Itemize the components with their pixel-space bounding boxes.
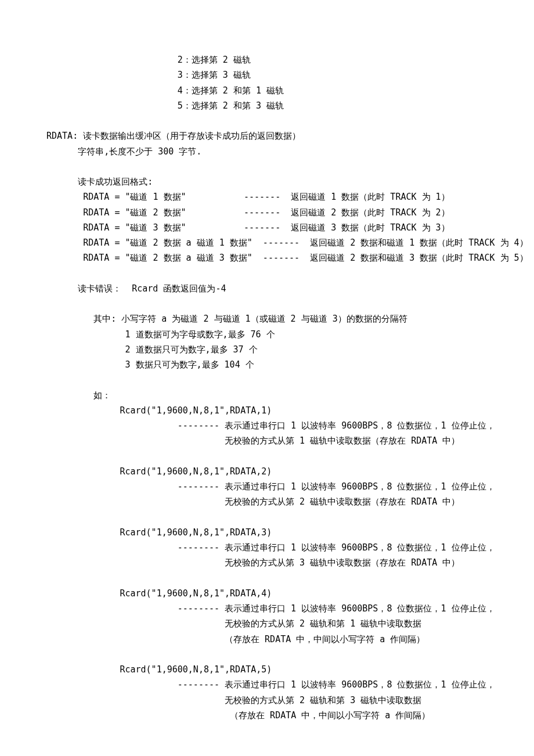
example-5-call: Rcard("1,9600,N,8,1",RDATA,5) (46, 662, 505, 677)
success-fmt-3: RDATA = "磁道 3 数据" ------- 返回磁道 3 数据（此时 T… (46, 220, 505, 235)
example-3-call: Rcard("1,9600,N,8,1",RDATA,3) (46, 525, 505, 540)
text: 5：选择第 2 和第 3 磁轨 (178, 100, 284, 111)
text: 2：选择第 2 磁轨 (178, 55, 251, 65)
error-line: 读卡错误： Rcard 函数返回值为-4 (46, 281, 505, 296)
text: Rcard("1,9600,N,8,1",RDATA,4) (120, 588, 272, 599)
track-option-3: 3：选择第 3 磁轨 (46, 67, 505, 82)
text: （存放在 RDATA 中，中间以小写字符 a 作间隔） (225, 634, 425, 645)
text: 读卡成功返回格式: (78, 177, 153, 187)
example-3-desc-2: 无校验的方式从第 3 磁轨中读取数据（存放在 RDATA 中） (46, 555, 505, 570)
example-4-desc-3: （存放在 RDATA 中，中间以小写字符 a 作间隔） (46, 632, 505, 647)
example-3-desc-1: -------- 表示通过串行口 1 以波特率 9600BPS，8 位数据位，1… (46, 540, 505, 555)
blank (46, 449, 505, 464)
text: -------- 表示通过串行口 1 以波特率 9600BPS，8 位数据位，1… (178, 542, 495, 553)
text: Rcard("1,9600,N,8,1",RDATA,1) (120, 405, 272, 416)
text: 字符串,长度不少于 300 字节. (78, 146, 201, 157)
example-4-desc-2: 无校验的方式从第 2 磁轨和第 1 磁轨中读取数据 (46, 616, 505, 631)
example-1-call: Rcard("1,9600,N,8,1",RDATA,1) (46, 403, 505, 418)
text: 无校验的方式从第 1 磁轨中读取数据（存放在 RDATA 中） (225, 435, 460, 446)
text: 2 道数据只可为数字,最多 37 个 (125, 344, 257, 355)
example-1-desc-2: 无校验的方式从第 1 磁轨中读取数据（存放在 RDATA 中） (46, 433, 505, 448)
example-4-call: Rcard("1,9600,N,8,1",RDATA,4) (46, 586, 505, 601)
track-option-2: 2：选择第 2 磁轨 (46, 52, 505, 67)
note-3: 2 道数据只可为数字,最多 37 个 (46, 342, 505, 357)
rdata-desc-2: 字符串,长度不少于 300 字节. (46, 144, 505, 159)
rdata-desc-1: RDATA: 读卡数据输出缓冲区（用于存放读卡成功后的返回数据） (46, 128, 505, 143)
blank (46, 296, 505, 311)
blank (46, 647, 505, 662)
success-header: 读卡成功返回格式: (46, 174, 505, 189)
example-5-desc-2: 无校验的方式从第 2 磁轨和第 3 磁轨中读取数据 (46, 693, 505, 708)
example-4-desc-1: -------- 表示通过串行口 1 以波特率 9600BPS，8 位数据位，1… (46, 601, 505, 616)
example-1-desc-1: -------- 表示通过串行口 1 以波特率 9600BPS，8 位数据位，1… (46, 418, 505, 433)
note-2: 1 道数据可为字母或数字,最多 76 个 (46, 327, 505, 342)
blank (46, 510, 505, 525)
text: RDATA = "磁道 2 数据" ------- 返回磁道 2 数据（此时 T… (83, 207, 449, 218)
text: 3 数据只可为数字,最多 104 个 (125, 359, 254, 370)
text: -------- 表示通过串行口 1 以波特率 9600BPS，8 位数据位，1… (178, 420, 495, 431)
text: RDATA = "磁道 1 数据" ------- 返回磁道 1 数据（此时 T… (83, 192, 449, 202)
track-option-5: 5：选择第 2 和第 3 磁轨 (46, 98, 505, 113)
text: -------- 表示通过串行口 1 以波特率 9600BPS，8 位数据位，1… (178, 481, 495, 492)
text: 无校验的方式从第 2 磁轨和第 3 磁轨中读取数据 (225, 695, 421, 705)
track-option-4: 4：选择第 2 和第 1 磁轨 (46, 83, 505, 98)
text: 无校验的方式从第 2 磁轨和第 1 磁轨中读取数据 (225, 618, 421, 629)
text: 读卡错误： Rcard 函数返回值为-4 (78, 283, 226, 294)
text: （存放在 RDATA 中，中间以小写字符 a 作间隔） (230, 710, 430, 721)
text: RDATA = "磁道 2 数据 a 磁道 3 数据" ------- 返回磁道… (83, 253, 528, 263)
note-1: 其中: 小写字符 a 为磁道 2 与磁道 1（或磁道 2 与磁道 3）的数据的分… (46, 311, 505, 326)
text: 3：选择第 3 磁轨 (178, 70, 251, 80)
note-4: 3 数据只可为数字,最多 104 个 (46, 357, 505, 372)
text: RDATA = "磁道 2 数据 a 磁道 1 数据" ------- 返回磁道… (83, 237, 528, 248)
text: 无校验的方式从第 2 磁轨中读取数据（存放在 RDATA 中） (225, 496, 460, 507)
example-2-desc-2: 无校验的方式从第 2 磁轨中读取数据（存放在 RDATA 中） (46, 494, 505, 509)
success-fmt-2: RDATA = "磁道 2 数据" ------- 返回磁道 2 数据（此时 T… (46, 205, 505, 220)
success-fmt-4: RDATA = "磁道 2 数据 a 磁道 1 数据" ------- 返回磁道… (46, 235, 505, 250)
blank (46, 266, 505, 281)
text: Rcard("1,9600,N,8,1",RDATA,5) (120, 664, 272, 675)
text: 1 道数据可为字母或数字,最多 76 个 (125, 329, 275, 340)
example-5-desc-1: -------- 表示通过串行口 1 以波特率 9600BPS，8 位数据位，1… (46, 677, 505, 692)
text: RDATA: 读卡数据输出缓冲区（用于存放读卡成功后的返回数据） (46, 131, 301, 141)
text: RDATA = "磁道 3 数据" ------- 返回磁道 3 数据（此时 T… (83, 222, 449, 233)
blank (46, 571, 505, 586)
example-5-desc-3: （存放在 RDATA 中，中间以小写字符 a 作间隔） (46, 708, 505, 723)
text: 如： (93, 390, 111, 401)
success-fmt-1: RDATA = "磁道 1 数据" ------- 返回磁道 1 数据（此时 T… (46, 189, 505, 204)
text: 其中: 小写字符 a 为磁道 2 与磁道 1（或磁道 2 与磁道 3）的数据的分… (93, 314, 407, 324)
example-2-call: Rcard("1,9600,N,8,1",RDATA,2) (46, 464, 505, 479)
text: Rcard("1,9600,N,8,1",RDATA,3) (120, 527, 272, 538)
text: 无校验的方式从第 3 磁轨中读取数据（存放在 RDATA 中） (225, 557, 460, 568)
text: -------- 表示通过串行口 1 以波特率 9600BPS，8 位数据位，1… (178, 679, 495, 690)
text: -------- 表示通过串行口 1 以波特率 9600BPS，8 位数据位，1… (178, 603, 495, 614)
examples-header: 如： (46, 388, 505, 403)
example-2-desc-1: -------- 表示通过串行口 1 以波特率 9600BPS，8 位数据位，1… (46, 479, 505, 494)
document-page: 2：选择第 2 磁轨 3：选择第 3 磁轨 4：选择第 2 和第 1 磁轨 5：… (0, 0, 534, 756)
blank (46, 159, 505, 174)
success-fmt-5: RDATA = "磁道 2 数据 a 磁道 3 数据" ------- 返回磁道… (46, 250, 505, 265)
blank (46, 372, 505, 387)
text: Rcard("1,9600,N,8,1",RDATA,2) (120, 466, 272, 477)
blank (46, 113, 505, 128)
text: 4：选择第 2 和第 1 磁轨 (178, 85, 284, 96)
